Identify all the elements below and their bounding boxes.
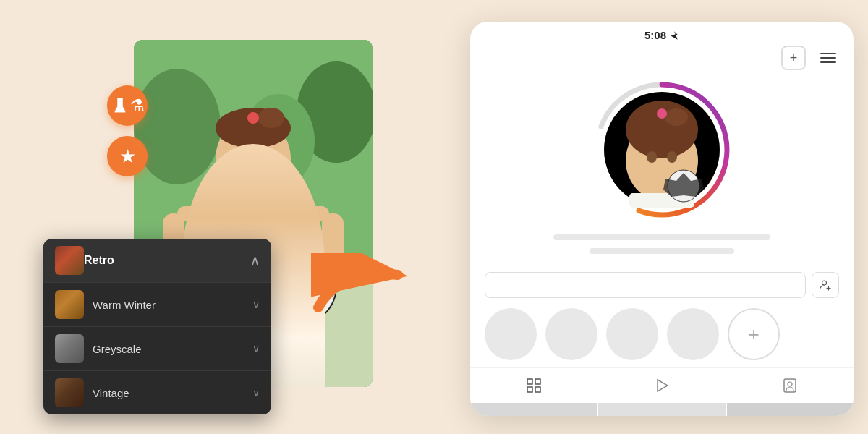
retro-label: Retro — [84, 254, 250, 267]
svg-point-34 — [657, 109, 667, 119]
warm-winter-label: Warm Winter — [93, 299, 252, 311]
vintage-chevron: ∨ — [252, 387, 260, 399]
svg-point-33 — [665, 109, 688, 126]
story-circle-1[interactable] — [485, 308, 537, 360]
tab-play[interactable] — [639, 374, 685, 397]
svg-point-31 — [647, 151, 657, 163]
story-circle-3[interactable] — [606, 308, 658, 360]
svg-point-21 — [117, 108, 120, 111]
dropdown-item-vintage[interactable]: Vintage ∨ — [43, 370, 271, 414]
svg-rect-45 — [535, 387, 540, 392]
grid-cell-2[interactable] — [598, 403, 725, 416]
greyscale-chevron: ∨ — [252, 343, 260, 354]
add-person-icon — [819, 278, 832, 292]
dropdown-item-warm-winter[interactable]: Warm Winter ∨ — [43, 282, 271, 326]
star-icon: ★ — [119, 147, 136, 166]
location-icon — [669, 30, 679, 41]
lab-icon-text: ⚗ — [130, 98, 145, 114]
bottom-tabs — [470, 367, 854, 403]
photo-grid — [470, 403, 854, 416]
retro-chevron: ∧ — [250, 252, 260, 268]
story-avatar[interactable] — [590, 77, 734, 222]
tab-grid[interactable] — [511, 374, 557, 397]
svg-point-32 — [667, 151, 677, 163]
grid-cell-1[interactable] — [470, 403, 597, 416]
grid-icon — [525, 377, 542, 394]
svg-point-10 — [235, 155, 247, 168]
phone-mockup: 5:08 + — [470, 22, 854, 416]
add-story-button[interactable]: + — [728, 308, 780, 360]
grid-cell-3[interactable] — [727, 403, 854, 416]
left-section: ⚗ ★ Retro ∧ Warm Winter ∨ Greyscale ∨ Vi… — [0, 0, 405, 434]
story-circle-4[interactable] — [667, 308, 719, 360]
menu-button[interactable] — [817, 50, 839, 66]
greyscale-thumb — [55, 334, 84, 363]
svg-point-39 — [822, 281, 827, 285]
warm-winter-chevron: ∨ — [252, 299, 260, 310]
profile-section — [470, 77, 854, 269]
dropdown-item-greyscale[interactable]: Greyscale ∨ — [43, 326, 271, 370]
portrait-icon — [781, 377, 799, 394]
svg-rect-12 — [228, 188, 239, 231]
add-friend-button[interactable] — [812, 272, 839, 298]
story-circle-2[interactable] — [545, 308, 597, 360]
greyscale-label: Greyscale — [93, 343, 252, 355]
lab-button[interactable]: ⚗ — [107, 85, 148, 126]
svg-point-48 — [788, 382, 792, 386]
phone-frame: 5:08 + — [470, 22, 854, 416]
svg-point-9 — [247, 112, 259, 124]
star-button[interactable]: ★ — [107, 136, 148, 176]
bio-line-1 — [553, 234, 770, 240]
add-friend-row — [470, 269, 854, 301]
filter-dropdown: Retro ∧ Warm Winter ∨ Greyscale ∨ Vintag… — [43, 239, 271, 414]
hamburger-line-3 — [820, 61, 836, 63]
bio-line-2 — [590, 248, 734, 254]
svg-point-11 — [260, 155, 271, 168]
svg-rect-43 — [535, 379, 540, 384]
hamburger-line-2 — [820, 57, 836, 59]
svg-rect-13 — [268, 188, 278, 231]
svg-marker-46 — [658, 380, 668, 391]
stories-row: + — [470, 301, 854, 367]
svg-rect-47 — [784, 379, 796, 392]
svg-point-1 — [134, 69, 221, 184]
vintage-label: Vintage — [93, 387, 252, 399]
play-icon — [653, 377, 671, 394]
svg-rect-42 — [527, 379, 532, 384]
retro-thumb — [55, 246, 84, 275]
svg-point-8 — [258, 108, 284, 128]
vintage-thumb — [55, 378, 84, 407]
add-button[interactable]: + — [781, 46, 806, 70]
top-action-bar: + — [470, 46, 854, 77]
dropdown-header-retro[interactable]: Retro ∧ — [43, 239, 271, 282]
status-time: 5:08 — [644, 29, 679, 41]
lab-icon — [110, 95, 130, 116]
status-bar: 5:08 — [470, 22, 854, 46]
svg-rect-44 — [527, 387, 532, 392]
warm-winter-thumb — [55, 290, 84, 319]
hamburger-line-1 — [820, 53, 836, 54]
arrow-decoration — [311, 253, 412, 321]
tab-portrait[interactable] — [767, 374, 813, 397]
friend-search-input[interactable] — [485, 272, 806, 298]
